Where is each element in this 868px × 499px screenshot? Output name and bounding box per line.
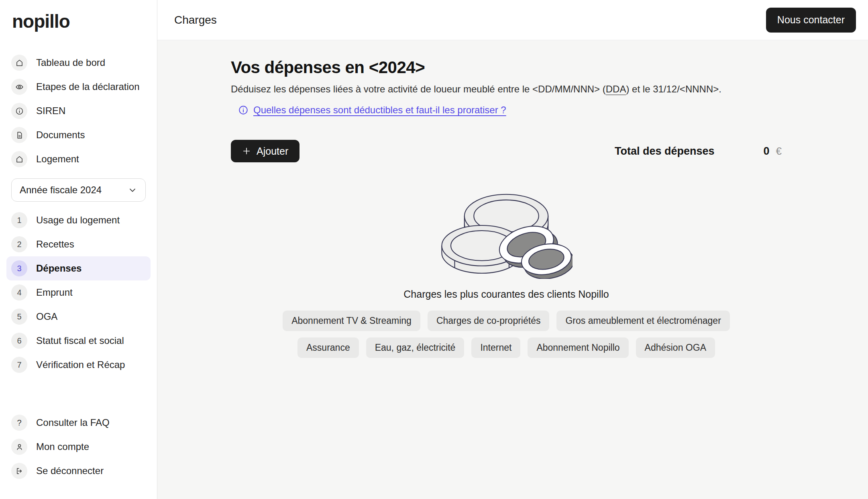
- chip-ameublement[interactable]: Gros ameublement et électroménager: [556, 311, 729, 331]
- user-icon: [11, 439, 27, 455]
- sidebar-item-label: Mon compte: [36, 441, 89, 452]
- total-expenses: Total des dépenses 0 €: [615, 145, 782, 157]
- chips-row-2: Assurance Eau, gaz, électricité Internet…: [231, 337, 782, 358]
- dda-abbr: DDA: [606, 84, 626, 94]
- currency-symbol: €: [776, 145, 782, 157]
- sidebar-item-label: Documents: [36, 129, 85, 141]
- step-label: Dépenses: [36, 263, 82, 274]
- step-label: Usage du logement: [36, 215, 120, 226]
- chip-assurance[interactable]: Assurance: [297, 337, 359, 358]
- step-label: Recettes: [36, 239, 74, 250]
- sidebar-item-label: Se déconnecter: [36, 465, 104, 477]
- chip-eau-gaz[interactable]: Eau, gaz, électricité: [366, 337, 465, 358]
- sidebar-step-depenses[interactable]: 3 Dépenses: [6, 256, 151, 280]
- step-number: 7: [11, 357, 27, 373]
- step-number: 2: [11, 236, 27, 252]
- chip-internet[interactable]: Internet: [471, 337, 520, 358]
- step-number: 5: [11, 309, 27, 325]
- sidebar-item-label: Logement: [36, 153, 79, 165]
- chevron-down-icon: [128, 185, 137, 195]
- document-icon: [11, 127, 27, 143]
- sidebar-item-account[interactable]: Mon compte: [11, 435, 146, 459]
- app-logo: nopillo: [12, 10, 146, 32]
- chip-abonnement-nopillo[interactable]: Abonnement Nopillo: [528, 337, 628, 358]
- page-subtitle: Déduisez les dépenses liées à votre acti…: [231, 84, 782, 95]
- info-icon: [11, 103, 27, 119]
- sidebar-step-recettes[interactable]: 2 Recettes: [6, 232, 151, 256]
- chip-copropriete[interactable]: Charges de co-propriétés: [428, 311, 550, 331]
- sidebar-item-logement[interactable]: Logement: [11, 147, 146, 171]
- common-charges-title: Charges les plus courantes des clients N…: [231, 288, 782, 300]
- sidebar-item-dashboard[interactable]: Tableau de bord: [11, 51, 146, 75]
- sidebar-item-faq[interactable]: ? Consulter la FAQ: [11, 411, 146, 435]
- sidebar-spacer: [11, 377, 146, 411]
- content: Vos dépenses en <2024> Déduisez les dépe…: [157, 40, 868, 499]
- main-area: Charges Nous contacter Vos dépenses en <…: [157, 0, 868, 499]
- step-label: Vérification et Récap: [36, 359, 125, 370]
- empty-state: Charges les plus courantes des clients N…: [231, 178, 782, 358]
- step-number: 6: [11, 333, 27, 349]
- home-icon: [11, 151, 27, 167]
- actions-row: Ajouter Total des dépenses 0 €: [231, 140, 782, 162]
- step-number: 3: [11, 260, 27, 276]
- deductible-help-link[interactable]: Quelles dépenses sont déductibles et fau…: [238, 104, 506, 116]
- sidebar-item-documents[interactable]: Documents: [11, 123, 146, 147]
- chip-abonnement-tv[interactable]: Abonnement TV & Streaming: [283, 311, 420, 331]
- fiscal-year-value: Année fiscale 2024: [20, 184, 102, 196]
- sidebar-step-oga[interactable]: 5 OGA: [6, 305, 151, 329]
- step-number: 1: [11, 212, 27, 228]
- add-expense-button[interactable]: Ajouter: [231, 140, 300, 162]
- home-icon: [11, 55, 27, 71]
- sidebar-step-verification[interactable]: 7 Vérification et Récap: [6, 353, 151, 377]
- sidebar-item-logout[interactable]: Se déconnecter: [11, 459, 146, 483]
- topbar: Charges Nous contacter: [157, 0, 868, 40]
- question-icon: ?: [11, 415, 27, 431]
- info-icon: [238, 105, 249, 115]
- sidebar-item-label: Tableau de bord: [36, 57, 105, 68]
- step-label: OGA: [36, 311, 57, 322]
- page-breadcrumb: Charges: [174, 14, 217, 27]
- sidebar-step-emprunt[interactable]: 4 Emprunt: [6, 280, 151, 305]
- step-number: 4: [11, 284, 27, 301]
- add-button-label: Ajouter: [257, 145, 288, 157]
- help-link-label: Quelles dépenses sont déductibles et fau…: [253, 104, 506, 116]
- sidebar: nopillo Tableau de bord Etapes de la déc…: [0, 0, 157, 499]
- sidebar-item-label: SIREN: [36, 105, 65, 117]
- contact-us-button[interactable]: Nous contacter: [766, 8, 856, 33]
- sidebar-step-usage-du-logement[interactable]: 1 Usage du logement: [6, 208, 151, 232]
- chips-row-1: Abonnement TV & Streaming Charges de co-…: [231, 311, 782, 331]
- total-label: Total des dépenses: [615, 145, 715, 157]
- fiscal-year-select[interactable]: Année fiscale 2024: [11, 178, 146, 202]
- eye-icon: [11, 79, 27, 95]
- page-title: Vos dépenses en <2024>: [231, 58, 782, 77]
- plus-icon: [242, 147, 251, 155]
- chip-adhesion-oga[interactable]: Adhésion OGA: [636, 337, 715, 358]
- sidebar-item-siren[interactable]: SIREN: [11, 99, 146, 123]
- step-label: Emprunt: [36, 287, 73, 298]
- logout-icon: [11, 463, 27, 479]
- sidebar-item-label: Consulter la FAQ: [36, 417, 110, 428]
- coins-illustration: [440, 178, 573, 279]
- step-label: Statut fiscal et social: [36, 335, 124, 346]
- total-value: 0: [764, 145, 770, 157]
- sidebar-item-etapes[interactable]: Etapes de la déclaration: [11, 75, 146, 99]
- sidebar-step-statut-fiscal[interactable]: 6 Statut fiscal et social: [6, 329, 151, 353]
- sidebar-item-label: Etapes de la déclaration: [36, 81, 140, 92]
